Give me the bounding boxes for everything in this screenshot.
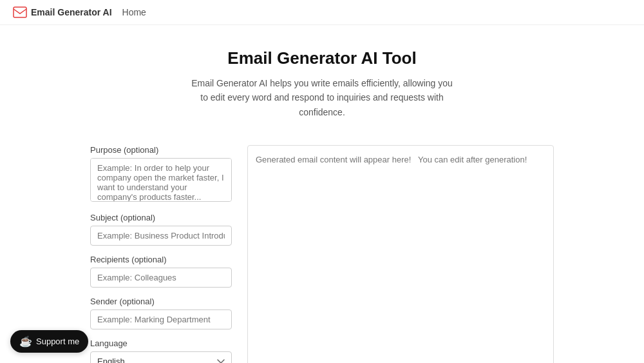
recipients-label: Recipients (optional)	[90, 255, 232, 264]
main-content: Purpose (optional) Subject (optional) Re…	[77, 145, 567, 363]
purpose-input[interactable]	[90, 158, 232, 202]
navbar: Email Generator AI Home	[0, 0, 644, 25]
svg-rect-0	[14, 7, 26, 17]
sender-input[interactable]	[90, 309, 232, 329]
subject-input[interactable]	[90, 226, 232, 246]
sender-label: Sender (optional)	[90, 297, 232, 306]
hero-section: Email Generator AI Tool Email Generator …	[0, 25, 644, 132]
language-label: Language	[90, 338, 232, 348]
email-icon	[13, 6, 27, 18]
hero-description: Email Generator AI helps you write email…	[187, 76, 457, 119]
purpose-label: Purpose (optional)	[90, 145, 232, 155]
support-button[interactable]: ☕ Support me	[10, 330, 88, 353]
sender-field-group: Sender (optional)	[90, 297, 232, 329]
language-select[interactable]: English Spanish French German Chinese Ja…	[90, 351, 232, 363]
recipients-field-group: Recipients (optional)	[90, 255, 232, 288]
coffee-icon: ☕	[19, 335, 32, 348]
recipients-input[interactable]	[90, 268, 232, 288]
form-panel: Purpose (optional) Subject (optional) Re…	[90, 145, 232, 363]
output-panel: Copy	[247, 145, 554, 363]
support-label: Support me	[36, 337, 79, 346]
language-field-group: Language English Spanish French German C…	[90, 338, 232, 363]
brand-name: Email Generator AI	[31, 7, 112, 17]
brand: Email Generator AI	[13, 6, 112, 18]
subject-label: Subject (optional)	[90, 213, 232, 222]
page-title: Email Generator AI Tool	[13, 48, 631, 68]
purpose-field-group: Purpose (optional)	[90, 145, 232, 204]
subject-field-group: Subject (optional)	[90, 213, 232, 246]
output-textarea[interactable]	[247, 145, 554, 363]
nav-home-link[interactable]: Home	[122, 7, 146, 17]
